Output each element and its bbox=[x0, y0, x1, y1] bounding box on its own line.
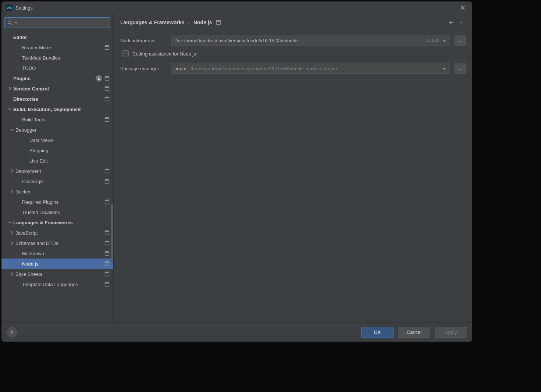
package-manager-label: Package manager: bbox=[120, 66, 166, 71]
breadcrumb-root: Languages & Frameworks bbox=[120, 19, 184, 25]
interpreter-version: 16.15.0 bbox=[425, 38, 439, 43]
tree-item-label: Directories bbox=[13, 96, 104, 102]
tree-item-label: Schemas and DTDs bbox=[15, 240, 104, 246]
apply-button: Apply bbox=[435, 327, 467, 338]
interpreter-value: Dev /home/yandros/.nvm/versions/node/v16… bbox=[174, 38, 298, 43]
tree-item[interactable]: Reader Mode bbox=[1, 42, 113, 53]
tree-item[interactable]: Languages & Frameworks bbox=[1, 217, 113, 228]
project-scope-icon bbox=[104, 96, 110, 101]
chevron-down-icon bbox=[15, 21, 18, 24]
search-box[interactable] bbox=[4, 17, 110, 28]
arrow-right-icon bbox=[459, 19, 465, 25]
nav-back-button[interactable] bbox=[446, 18, 455, 26]
svg-rect-11 bbox=[105, 118, 109, 119]
tree-item[interactable]: Build Tools bbox=[1, 114, 113, 125]
tree-item-label: Version Control bbox=[13, 86, 104, 92]
interpreter-combo[interactable]: Dev /home/yandros/.nvm/versions/node/v16… bbox=[171, 35, 449, 46]
project-scope-icon bbox=[104, 45, 110, 50]
svg-rect-25 bbox=[105, 262, 109, 263]
tree-item[interactable]: Build, Execution, Deployment bbox=[1, 104, 113, 114]
tree-item[interactable]: TODO bbox=[1, 63, 113, 73]
chevron-right-icon bbox=[10, 189, 15, 194]
chevron-right-icon bbox=[10, 168, 15, 174]
project-scope-icon bbox=[104, 282, 110, 287]
project-scope-icon bbox=[104, 86, 110, 91]
close-icon bbox=[460, 5, 465, 10]
sidebar: EditorReader ModeTextMate BundlesTODOPlu… bbox=[1, 14, 114, 322]
tree-item[interactable]: Live Edit bbox=[1, 156, 113, 166]
coding-assist-label: Coding assistance for Node.js bbox=[132, 51, 196, 57]
project-scope-icon bbox=[104, 240, 110, 246]
tree-item-label: Debugger bbox=[15, 127, 110, 133]
package-manager-combo[interactable]: pnpm /home/yandros/.nvm/versions/node/v1… bbox=[171, 63, 449, 74]
tree-item-label: Style Sheets bbox=[15, 271, 104, 277]
tree-item[interactable]: Deployment bbox=[1, 166, 113, 176]
svg-line-1 bbox=[11, 24, 12, 25]
svg-rect-5 bbox=[105, 76, 109, 78]
chevron-down-icon bbox=[10, 127, 15, 132]
project-scope-icon bbox=[104, 261, 110, 266]
tree-item-label: TODO bbox=[22, 65, 110, 71]
project-scope-icon bbox=[104, 251, 110, 256]
close-button[interactable] bbox=[458, 3, 468, 13]
tree-item[interactable]: Debugger bbox=[1, 125, 113, 135]
svg-rect-15 bbox=[105, 179, 109, 181]
tree-item[interactable]: TextMate Bundles bbox=[1, 53, 113, 63]
svg-rect-17 bbox=[105, 200, 109, 202]
tree-item[interactable]: Markdown bbox=[1, 248, 113, 259]
svg-rect-9 bbox=[105, 97, 109, 99]
tree-item[interactable]: Directories bbox=[1, 94, 113, 104]
tree-item-label: TextMate Bundles bbox=[22, 55, 110, 61]
tree-item[interactable]: Version Control bbox=[1, 83, 113, 94]
count-badge: 1 bbox=[96, 75, 102, 82]
package-manager-browse-button[interactable]: ... bbox=[455, 63, 466, 74]
help-button[interactable]: ? bbox=[7, 327, 17, 338]
svg-rect-21 bbox=[105, 241, 109, 243]
svg-rect-29 bbox=[105, 282, 109, 284]
project-scope-icon bbox=[104, 230, 110, 235]
tree-item-label: Coverage bbox=[22, 179, 104, 184]
tree-item[interactable]: Data Views bbox=[1, 135, 113, 145]
search-icon bbox=[7, 20, 13, 25]
search-input[interactable] bbox=[20, 20, 107, 26]
interpreter-label: Node interpreter: bbox=[120, 38, 166, 43]
scrollbar-thumb[interactable] bbox=[111, 204, 113, 263]
tree-item[interactable]: Editor bbox=[1, 32, 113, 42]
tree-item[interactable]: Required Plugins bbox=[1, 197, 113, 207]
tree-item-label: Node.js bbox=[22, 261, 104, 267]
chevron-down-icon bbox=[7, 107, 13, 112]
interpreter-browse-button[interactable]: ... bbox=[455, 35, 466, 46]
tree-item[interactable]: Docker bbox=[1, 186, 113, 197]
tree-item-label: Docker bbox=[15, 189, 110, 195]
tree-item[interactable]: Template Data Languages bbox=[1, 279, 113, 289]
tree-item-label: Plugins bbox=[13, 76, 96, 81]
settings-tree[interactable]: EditorReader ModeTextMate BundlesTODOPlu… bbox=[1, 31, 113, 322]
project-scope-icon bbox=[104, 76, 110, 81]
tree-item[interactable]: Node.js bbox=[1, 259, 113, 269]
coding-assist-checkbox[interactable] bbox=[122, 50, 129, 57]
chevron-right-icon bbox=[7, 86, 13, 91]
svg-rect-31 bbox=[216, 21, 220, 22]
tree-item[interactable]: Trusted Locations bbox=[1, 207, 113, 217]
breadcrumb-separator: › bbox=[188, 19, 190, 25]
tree-item[interactable]: Coverage bbox=[1, 176, 113, 186]
tree-item[interactable]: JavaScript bbox=[1, 228, 113, 238]
project-scope-icon bbox=[104, 271, 110, 277]
tree-item-label: JavaScript bbox=[15, 230, 104, 236]
ok-button[interactable]: OK bbox=[361, 327, 394, 338]
app-icon: WS bbox=[6, 4, 13, 11]
chevron-right-icon bbox=[10, 240, 15, 246]
window-title: Settings bbox=[15, 5, 33, 11]
svg-rect-13 bbox=[105, 169, 109, 171]
project-scope-icon bbox=[104, 117, 110, 122]
tree-item-label: Reader Mode bbox=[22, 45, 104, 50]
package-manager-path: /home/yandros/.nvm/versions/node/v16.15.… bbox=[191, 66, 337, 71]
svg-point-0 bbox=[8, 21, 11, 24]
tree-item[interactable]: Stepping bbox=[1, 145, 113, 156]
cancel-button[interactable]: Cancel bbox=[398, 327, 430, 338]
tree-item[interactable]: Style Sheets bbox=[1, 269, 113, 279]
tree-item[interactable]: Schemas and DTDs bbox=[1, 238, 113, 248]
tree-item[interactable]: Plugins1 bbox=[1, 73, 113, 83]
chevron-down-icon bbox=[7, 220, 13, 225]
chevron-right-icon bbox=[10, 230, 15, 235]
